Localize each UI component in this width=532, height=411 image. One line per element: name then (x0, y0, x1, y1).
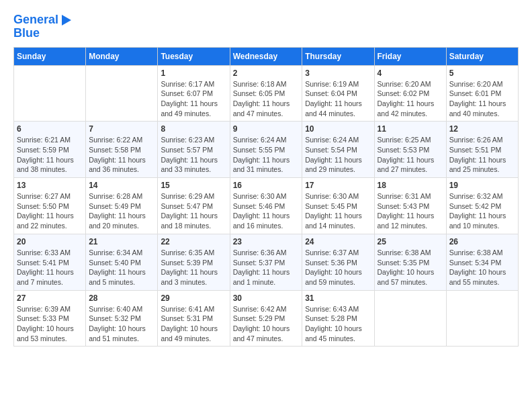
day-number: 2 (233, 68, 300, 78)
day-number: 12 (449, 124, 515, 134)
day-info: Sunrise: 6:23 AM Sunset: 5:57 PM Dayligh… (161, 135, 226, 175)
calendar-day-cell (14, 65, 86, 122)
day-info: Sunrise: 6:40 AM Sunset: 5:32 PM Dayligh… (89, 304, 154, 344)
calendar-day-cell: 20Sunrise: 6:33 AM Sunset: 5:41 PM Dayli… (14, 234, 86, 290)
day-number: 5 (449, 68, 515, 78)
day-info: Sunrise: 6:24 AM Sunset: 5:55 PM Dayligh… (233, 135, 300, 175)
calendar-day-cell: 1Sunrise: 6:17 AM Sunset: 6:07 PM Daylig… (158, 65, 230, 122)
calendar-day-cell: 24Sunrise: 6:37 AM Sunset: 5:36 PM Dayli… (302, 234, 374, 290)
calendar-day-cell: 10Sunrise: 6:24 AM Sunset: 5:54 PM Dayli… (302, 122, 374, 178)
calendar-day-cell: 30Sunrise: 6:42 AM Sunset: 5:29 PM Dayli… (230, 290, 302, 347)
day-number: 20 (17, 237, 83, 246)
calendar-week-row: 13Sunrise: 6:27 AM Sunset: 5:50 PM Dayli… (14, 178, 519, 234)
calendar-day-cell: 14Sunrise: 6:28 AM Sunset: 5:49 PM Dayli… (86, 178, 158, 234)
weekday-header-cell: Friday (374, 47, 446, 65)
day-number: 6 (17, 124, 83, 134)
calendar-day-cell: 13Sunrise: 6:27 AM Sunset: 5:50 PM Dayli… (14, 178, 86, 234)
day-info: Sunrise: 6:41 AM Sunset: 5:31 PM Dayligh… (161, 304, 226, 344)
calendar-day-cell: 9Sunrise: 6:24 AM Sunset: 5:55 PM Daylig… (230, 122, 302, 178)
calendar-day-cell: 26Sunrise: 6:38 AM Sunset: 5:34 PM Dayli… (446, 234, 518, 290)
day-info: Sunrise: 6:31 AM Sunset: 5:43 PM Dayligh… (378, 191, 443, 231)
weekday-header-row: SundayMondayTuesdayWednesdayThursdayFrid… (14, 47, 519, 65)
day-info: Sunrise: 6:30 AM Sunset: 5:45 PM Dayligh… (305, 191, 371, 231)
day-info: Sunrise: 6:24 AM Sunset: 5:54 PM Dayligh… (305, 135, 371, 175)
day-info: Sunrise: 6:32 AM Sunset: 5:42 PM Dayligh… (449, 191, 515, 231)
day-number: 9 (233, 124, 300, 134)
weekday-header-cell: Wednesday (230, 47, 302, 65)
calendar-day-cell: 28Sunrise: 6:40 AM Sunset: 5:32 PM Dayli… (86, 290, 158, 347)
day-number: 4 (378, 68, 443, 78)
calendar-day-cell: 27Sunrise: 6:39 AM Sunset: 5:33 PM Dayli… (14, 290, 86, 347)
calendar-day-cell: 6Sunrise: 6:21 AM Sunset: 5:59 PM Daylig… (14, 122, 86, 178)
day-info: Sunrise: 6:30 AM Sunset: 5:46 PM Dayligh… (233, 191, 300, 231)
logo-text: General (13, 13, 58, 27)
day-number: 30 (233, 293, 300, 303)
day-number: 16 (233, 181, 300, 190)
day-number: 18 (378, 181, 443, 190)
day-number: 25 (378, 237, 443, 246)
day-info: Sunrise: 6:27 AM Sunset: 5:50 PM Dayligh… (17, 191, 83, 231)
weekday-header-cell: Monday (86, 47, 158, 65)
calendar-day-cell: 19Sunrise: 6:32 AM Sunset: 5:42 PM Dayli… (446, 178, 518, 234)
weekday-header-cell: Saturday (446, 47, 518, 65)
day-number: 3 (305, 68, 371, 78)
day-info: Sunrise: 6:19 AM Sunset: 6:04 PM Dayligh… (305, 79, 371, 119)
day-number: 31 (305, 293, 371, 303)
day-number: 28 (89, 293, 154, 303)
day-number: 24 (305, 237, 371, 246)
day-number: 21 (89, 237, 154, 246)
day-number: 15 (161, 181, 226, 190)
day-number: 23 (233, 237, 300, 246)
calendar-table: SundayMondayTuesdayWednesdayThursdayFrid… (13, 47, 519, 347)
calendar-body: 1Sunrise: 6:17 AM Sunset: 6:07 PM Daylig… (14, 65, 519, 347)
calendar-day-cell: 21Sunrise: 6:34 AM Sunset: 5:40 PM Dayli… (86, 234, 158, 290)
calendar-day-cell: 31Sunrise: 6:43 AM Sunset: 5:28 PM Dayli… (302, 290, 374, 347)
calendar-day-cell: 15Sunrise: 6:29 AM Sunset: 5:47 PM Dayli… (158, 178, 230, 234)
day-info: Sunrise: 6:18 AM Sunset: 6:05 PM Dayligh… (233, 79, 300, 119)
day-info: Sunrise: 6:33 AM Sunset: 5:41 PM Dayligh… (17, 248, 83, 287)
day-info: Sunrise: 6:38 AM Sunset: 5:34 PM Dayligh… (449, 248, 515, 287)
day-info: Sunrise: 6:36 AM Sunset: 5:37 PM Dayligh… (233, 248, 300, 287)
day-number: 17 (305, 181, 371, 190)
calendar-day-cell (446, 290, 518, 347)
day-info: Sunrise: 6:29 AM Sunset: 5:47 PM Dayligh… (161, 191, 226, 231)
logo: General Blue (13, 13, 71, 40)
calendar-day-cell (86, 65, 158, 122)
calendar-day-cell: 2Sunrise: 6:18 AM Sunset: 6:05 PM Daylig… (230, 65, 302, 122)
calendar-day-cell: 23Sunrise: 6:36 AM Sunset: 5:37 PM Dayli… (230, 234, 302, 290)
calendar-day-cell: 4Sunrise: 6:20 AM Sunset: 6:02 PM Daylig… (374, 65, 446, 122)
calendar-day-cell: 12Sunrise: 6:26 AM Sunset: 5:51 PM Dayli… (446, 122, 518, 178)
calendar-day-cell: 8Sunrise: 6:23 AM Sunset: 5:57 PM Daylig… (158, 122, 230, 178)
day-info: Sunrise: 6:37 AM Sunset: 5:36 PM Dayligh… (305, 248, 371, 287)
day-number: 14 (89, 181, 154, 190)
calendar-day-cell: 7Sunrise: 6:22 AM Sunset: 5:58 PM Daylig… (86, 122, 158, 178)
calendar-week-row: 1Sunrise: 6:17 AM Sunset: 6:07 PM Daylig… (14, 65, 519, 122)
calendar-day-cell: 17Sunrise: 6:30 AM Sunset: 5:45 PM Dayli… (302, 178, 374, 234)
weekday-header-cell: Sunday (14, 47, 86, 65)
calendar-week-row: 20Sunrise: 6:33 AM Sunset: 5:41 PM Dayli… (14, 234, 519, 290)
calendar-day-cell: 11Sunrise: 6:25 AM Sunset: 5:53 PM Dayli… (374, 122, 446, 178)
day-number: 10 (305, 124, 371, 134)
calendar-day-cell: 16Sunrise: 6:30 AM Sunset: 5:46 PM Dayli… (230, 178, 302, 234)
day-number: 26 (449, 237, 515, 246)
day-info: Sunrise: 6:42 AM Sunset: 5:29 PM Dayligh… (233, 304, 300, 344)
day-info: Sunrise: 6:28 AM Sunset: 5:49 PM Dayligh… (89, 191, 154, 231)
page-header: General Blue (13, 13, 519, 40)
day-number: 8 (161, 124, 226, 134)
calendar-day-cell: 5Sunrise: 6:20 AM Sunset: 6:01 PM Daylig… (446, 65, 518, 122)
calendar-week-row: 6Sunrise: 6:21 AM Sunset: 5:59 PM Daylig… (14, 122, 519, 178)
day-info: Sunrise: 6:22 AM Sunset: 5:58 PM Dayligh… (89, 135, 154, 175)
day-info: Sunrise: 6:20 AM Sunset: 6:02 PM Dayligh… (378, 79, 443, 119)
day-info: Sunrise: 6:25 AM Sunset: 5:53 PM Dayligh… (378, 135, 443, 175)
calendar-day-cell (374, 290, 446, 347)
calendar-day-cell: 18Sunrise: 6:31 AM Sunset: 5:43 PM Dayli… (374, 178, 446, 234)
day-number: 11 (378, 124, 443, 134)
day-info: Sunrise: 6:17 AM Sunset: 6:07 PM Dayligh… (161, 79, 226, 119)
calendar-day-cell: 25Sunrise: 6:38 AM Sunset: 5:35 PM Dayli… (374, 234, 446, 290)
day-info: Sunrise: 6:39 AM Sunset: 5:33 PM Dayligh… (17, 304, 83, 344)
day-number: 19 (449, 181, 515, 190)
day-info: Sunrise: 6:20 AM Sunset: 6:01 PM Dayligh… (449, 79, 515, 119)
day-info: Sunrise: 6:35 AM Sunset: 5:39 PM Dayligh… (161, 248, 226, 287)
logo-arrow-icon (62, 15, 71, 26)
day-info: Sunrise: 6:38 AM Sunset: 5:35 PM Dayligh… (378, 248, 443, 287)
